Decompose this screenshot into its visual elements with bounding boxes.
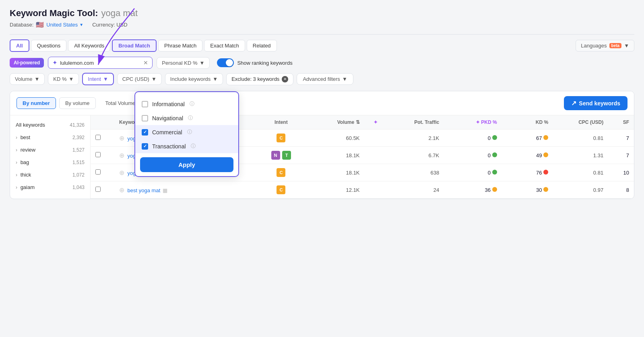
chevron-down-icon: ▼ <box>79 23 83 27</box>
exclude-keywords-button[interactable]: Exclude: 3 keywords ✕ <box>226 73 293 85</box>
expand-icon[interactable]: › <box>16 172 17 178</box>
info-icon: ⓘ <box>187 129 192 136</box>
commercial-checkbox[interactable] <box>142 129 148 136</box>
col-intent: Intent <box>256 115 307 129</box>
pkd-dot <box>492 170 497 175</box>
intent-option-navigational[interactable]: Navigational ⓘ <box>135 111 238 125</box>
tab-phrase-match[interactable]: Phrase Match <box>158 40 202 51</box>
expand-icon[interactable]: › <box>16 160 17 165</box>
info-icon: ⓘ <box>190 101 194 107</box>
volume-cell: 60.5K <box>307 129 364 147</box>
show-ranking-toggle[interactable] <box>217 58 234 67</box>
intent-dropdown: Informational ⓘ Navigational ⓘ Commercia… <box>134 91 239 177</box>
chevron-down-icon: ▼ <box>34 76 39 82</box>
intent-badge-c: C <box>277 168 285 177</box>
table-icon[interactable]: ▦ <box>163 187 167 193</box>
navigational-checkbox[interactable] <box>142 115 148 121</box>
informational-checkbox[interactable] <box>142 101 148 107</box>
pkd-dot <box>492 152 497 157</box>
send-keywords-button[interactable]: ↗ Send keywords <box>564 96 627 110</box>
table-toolbar: By number By volume Total Volume: 696,31… <box>10 91 634 115</box>
kd-dot <box>543 170 548 175</box>
pot-traffic-cell: 2.1K <box>386 129 444 147</box>
sf-cell: 10 <box>608 164 634 181</box>
intent-option-commercial[interactable]: Commercial ⓘ <box>135 125 238 139</box>
row-checkbox[interactable] <box>95 152 101 157</box>
tab-related[interactable]: Related <box>247 40 277 51</box>
pkd-cell: 36 <box>444 181 502 199</box>
row-checkbox[interactable] <box>95 169 101 175</box>
row-checkbox[interactable] <box>95 135 101 140</box>
transactional-checkbox[interactable] <box>142 143 148 150</box>
show-ranking-toggle-wrap: Show ranking keywords <box>217 58 292 67</box>
pot-traffic-cell: 638 <box>386 164 444 181</box>
col-volume: Volume ⇅ <box>307 115 364 129</box>
expand-icon[interactable]: › <box>16 185 17 190</box>
tab-exact-match[interactable]: Exact Match <box>204 40 245 51</box>
filters-row: Volume ▼ KD % ▼ Intent ▼ CPC (USD) ▼ Inc… <box>10 73 634 85</box>
keyword-link[interactable]: best yoga mat <box>128 187 161 193</box>
kd-dot <box>543 135 548 140</box>
kd-filter[interactable]: KD % ▼ <box>48 73 79 85</box>
page-title: Keyword Magic Tool: yoga mat <box>10 8 634 18</box>
sparkle-icon: ✦ <box>52 59 58 66</box>
sidebar-item-thick[interactable]: › thick 1,072 <box>10 168 90 181</box>
intent-badge-c: C <box>277 185 285 194</box>
cpc-filter[interactable]: CPC (USD) ▼ <box>117 73 162 85</box>
advanced-filters-button[interactable]: Advanced filters ▼ <box>297 73 353 85</box>
view-by-number-button[interactable]: By number <box>17 97 56 109</box>
col-pot-traffic: Pot. Traffic <box>386 115 444 129</box>
sidebar-all-keywords[interactable]: All keywords 41,326 <box>10 119 90 131</box>
include-keywords-filter[interactable]: Include keywords ▼ <box>165 73 223 85</box>
add-icon[interactable]: ⊕ <box>119 169 124 176</box>
intent-option-transactional[interactable]: Transactional ⓘ <box>135 139 238 153</box>
cpc-cell: 0.81 <box>553 164 608 181</box>
languages-button[interactable]: Languages beta ▼ <box>576 40 634 51</box>
clear-input-button[interactable]: ✕ <box>143 60 148 66</box>
intent-filter[interactable]: Intent ▼ <box>82 73 114 85</box>
add-icon[interactable]: ⊕ <box>119 187 124 193</box>
sidebar-item-best[interactable]: › best 2,392 <box>10 131 90 144</box>
tab-all-keywords[interactable]: All Keywords <box>68 40 110 51</box>
volume-filter[interactable]: Volume ▼ <box>10 73 45 85</box>
kd-dot <box>543 152 548 157</box>
tab-all[interactable]: All <box>10 39 29 52</box>
volume-cell: 18.1K <box>307 164 364 181</box>
chevron-down-icon: ▼ <box>342 76 347 82</box>
pkd-cell: 0 <box>444 164 502 181</box>
intent-badge-c: C <box>277 134 285 142</box>
col-sf: SF <box>608 115 634 129</box>
intent-badge-n: N <box>271 151 280 160</box>
kd-cell: 67 <box>502 129 553 147</box>
sidebar-item-review[interactable]: › review 1,527 <box>10 144 90 156</box>
personal-kd-dropdown[interactable]: Personal KD % ▼ <box>157 57 210 69</box>
sf-cell: 7 <box>608 147 634 164</box>
tab-questions[interactable]: Questions <box>31 40 67 51</box>
tab-broad-match[interactable]: Broad Match <box>112 39 157 52</box>
row-checkbox[interactable] <box>95 187 101 192</box>
intent-apply-button[interactable]: Apply <box>140 157 233 172</box>
database-link[interactable]: United States ▼ <box>46 22 83 28</box>
ai-powered-badge: AI-powered <box>10 58 44 68</box>
expand-icon[interactable]: › <box>16 135 17 140</box>
sidebar-item-gaiam[interactable]: › gaiam 1,043 <box>10 181 90 193</box>
sf-cell: 8 <box>608 181 634 199</box>
pkd-cell: 0 <box>444 147 502 164</box>
col-pkd: ✦ PKD % <box>444 115 502 129</box>
pot-traffic-cell: 24 <box>386 181 444 199</box>
cpc-cell: 0.81 <box>553 129 608 147</box>
chevron-down-icon: ▼ <box>68 76 74 82</box>
tabs-row: All Questions All Keywords Broad Match P… <box>10 39 634 52</box>
exclude-clear-icon[interactable]: ✕ <box>282 76 288 82</box>
intent-option-informational[interactable]: Informational ⓘ <box>135 97 238 111</box>
expand-icon[interactable]: › <box>16 147 17 153</box>
add-icon[interactable]: ⊕ <box>119 152 124 159</box>
chevron-down-icon: ▼ <box>103 76 108 82</box>
sidebar-item-bag[interactable]: › bag 1,515 <box>10 156 90 168</box>
col-kd: KD % <box>502 115 553 129</box>
ai-domain-input[interactable] <box>60 60 141 66</box>
add-icon[interactable]: ⊕ <box>119 135 124 142</box>
view-by-volume-button[interactable]: By volume <box>59 97 96 109</box>
kd-cell: 30 <box>502 181 553 199</box>
kd-dot <box>543 187 548 192</box>
